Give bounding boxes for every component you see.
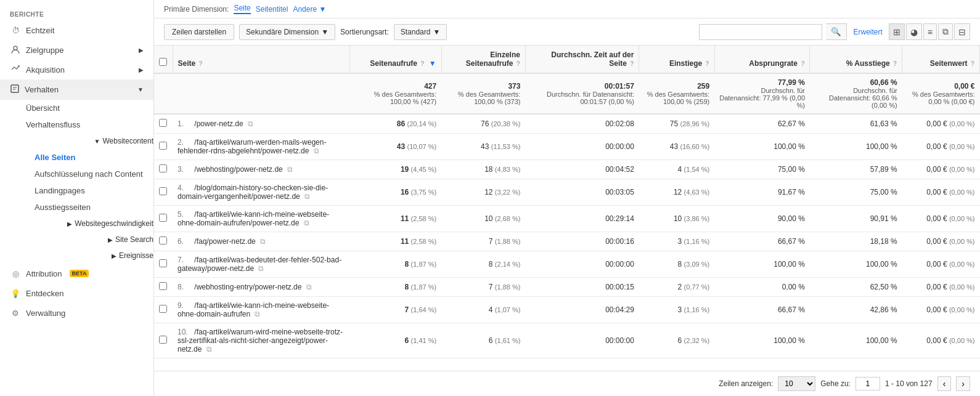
cell-seitenaufrufe: 11 (2,58 %) xyxy=(349,232,441,251)
sidebar-item-zielgruppe[interactable]: Zielgruppe ▶ xyxy=(0,40,153,60)
page-url-link[interactable]: /webhosting/power-netz.de xyxy=(194,165,282,174)
cell-seite: 10. /faq-artikel/warum-wird-meine-websei… xyxy=(173,323,349,358)
col-label-seitenwert: Seitenwert xyxy=(930,59,968,68)
row-checkbox[interactable] xyxy=(159,142,167,150)
sidebar-item-websitegeschwindigkeit[interactable]: ▶ Websitegeschwindigkeit xyxy=(26,216,153,232)
help-icon-einstiege[interactable]: ? xyxy=(706,60,709,67)
col-label-einstiege: Einstiege xyxy=(669,59,702,68)
sidebar-item-label: Entdecken xyxy=(26,289,63,298)
row-number: 10. xyxy=(178,328,192,336)
view-table-button[interactable]: ⊞ xyxy=(889,23,905,40)
help-icon-absprungrate[interactable]: ? xyxy=(801,60,804,67)
row-checkbox[interactable] xyxy=(159,282,167,290)
sidebar-item-label: Zielgruppe xyxy=(26,46,63,55)
view-bar-button[interactable]: ≡ xyxy=(923,23,937,40)
row-checkbox[interactable] xyxy=(159,305,167,313)
table-row: 4. /blog/domain-history-so-checken-sie-d… xyxy=(154,179,980,206)
copy-icon[interactable]: ⧉ xyxy=(287,165,293,174)
sidebar-item-uebersicht[interactable]: Übersicht xyxy=(26,100,153,116)
page-url-link[interactable]: /webhosting-entry/power-netz.de xyxy=(194,283,301,291)
row-checkbox[interactable] xyxy=(159,164,167,172)
dimension-seite-link[interactable]: Seite xyxy=(234,4,250,14)
table-row: 6. /faq/power-netz.de ⧉ 11 (2,58 %) 7 (1… xyxy=(154,232,980,251)
page-url-link[interactable]: /faq-artikel/warum-wird-meine-webseite-t… xyxy=(178,328,343,354)
sidebar-item-echtzeit[interactable]: ⏱ Echtzeit xyxy=(0,20,153,40)
sidebar-item-ausstiegsseiten[interactable]: Ausstiegsseiten xyxy=(35,199,153,216)
search-button[interactable]: 🔍 xyxy=(826,23,847,40)
copy-icon[interactable]: ⧉ xyxy=(304,192,310,201)
sidebar-item-label: Websitegeschwindigkeit xyxy=(75,219,153,228)
page-url-link[interactable]: /faq-artikel/warum-werden-mails-wegen-fe… xyxy=(178,138,326,155)
sidebar-item-landingpages[interactable]: Landingpages xyxy=(35,182,153,199)
copy-icon[interactable]: ⧉ xyxy=(304,219,309,227)
next-page-button[interactable]: › xyxy=(956,376,970,391)
cell-absprungrate: 100,00 % xyxy=(714,134,810,160)
sidebar-item-verhaltensfluss[interactable]: Verhaltensfluss xyxy=(26,116,153,133)
erweitert-link[interactable]: Erweitert xyxy=(853,28,882,36)
copy-icon[interactable]: ⧉ xyxy=(255,310,260,318)
verhalten-icon xyxy=(10,84,20,95)
attribution-icon: ◎ xyxy=(10,268,21,279)
copy-icon[interactable]: ⧉ xyxy=(248,119,253,128)
zeilen-darstellen-button[interactable]: Zeilen darstellen xyxy=(164,24,234,40)
page-url-link[interactable]: /faq-artikel/wie-kann-ich-meine-webseite… xyxy=(178,301,329,318)
row-checkbox[interactable] xyxy=(159,336,167,344)
col-label-seitenaufrufe: Seitenaufrufe xyxy=(370,59,417,68)
sidebar-item-aufschluesselung[interactable]: Aufschlüsselung nach Content xyxy=(35,166,153,182)
search-input[interactable] xyxy=(699,24,822,40)
view-compare-button[interactable]: ⧉ xyxy=(938,23,953,40)
sidebar-item-label: Verhaltensfluss xyxy=(26,120,80,129)
copy-icon[interactable]: ⧉ xyxy=(260,237,266,246)
sidebar-item-ereignisse[interactable]: ▶ Ereignisse xyxy=(26,248,153,264)
page-url-link[interactable]: /power-netz.de xyxy=(194,119,243,128)
row-checkbox[interactable] xyxy=(159,119,167,127)
row-checkbox[interactable] xyxy=(159,214,167,222)
cell-absprungrate: 91,67 % xyxy=(714,179,810,206)
sortierungsart-dropdown[interactable]: Standard ▼ xyxy=(394,24,447,40)
sidebar-item-label: Echtzeit xyxy=(26,26,54,35)
verhalten-subitems: Übersicht Verhaltensfluss ▼ Websiteconte… xyxy=(0,100,153,264)
row-checkbox[interactable] xyxy=(159,259,167,267)
help-icon-seite[interactable]: ? xyxy=(199,60,203,67)
copy-icon[interactable]: ⧉ xyxy=(206,345,212,354)
sidebar-item-alle-seiten[interactable]: Alle Seiten xyxy=(35,149,153,166)
view-pie-button[interactable]: ◕ xyxy=(906,23,922,40)
prev-page-button[interactable]: ‹ xyxy=(937,376,952,391)
page-url-link[interactable]: /faq/power-netz.de xyxy=(194,237,255,246)
zeilen-select[interactable]: 10 25 50 100 500 1000 xyxy=(778,376,815,391)
sidebar-item-websitecontent[interactable]: ▼ Websitecontent xyxy=(26,133,153,149)
cell-einstiege: 43 (16,60 %) xyxy=(639,134,714,160)
help-icon-seitenaufrufe[interactable]: ? xyxy=(420,60,424,67)
view-pivot-button[interactable]: ⊟ xyxy=(954,23,970,40)
cell-einstiege: 10 (3,86 %) xyxy=(639,206,714,232)
sidebar-item-label: Alle Seiten xyxy=(35,153,75,162)
row-checkbox[interactable] xyxy=(159,236,167,244)
sort-icon: ▼ xyxy=(429,59,436,68)
help-icon-ausstiege[interactable]: ? xyxy=(893,60,897,67)
select-all-checkbox[interactable] xyxy=(159,58,167,66)
sidebar-item-site-search[interactable]: ▶ Site Search xyxy=(26,232,153,248)
copy-icon[interactable]: ⧉ xyxy=(258,264,264,273)
sekundaere-dimension-dropdown[interactable]: Sekundäre Dimension ▼ xyxy=(239,24,335,40)
gehe-zu-input[interactable] xyxy=(855,377,880,390)
row-checkbox[interactable] xyxy=(159,187,167,195)
zeilen-anzeigen-label: Zeilen anzeigen: xyxy=(719,379,773,388)
sidebar-item-attribution[interactable]: ◎ Attribution BETA xyxy=(0,264,153,283)
dimension-andere-link[interactable]: Andere ▼ xyxy=(293,5,326,14)
col-label-absprungrate: Absprungrate xyxy=(749,59,798,68)
dimension-seitentitel-link[interactable]: Seitentitel xyxy=(256,5,288,14)
sidebar-item-entdecken[interactable]: 💡 Entdecken xyxy=(0,283,153,303)
row-number: 6. xyxy=(178,237,192,246)
sidebar-item-verwaltung[interactable]: ⚙ Verwaltung xyxy=(0,303,153,323)
sidebar-item-verhalten[interactable]: Verhalten ▼ xyxy=(0,79,153,100)
cell-einstiege: 75 (28,96 %) xyxy=(639,114,714,134)
cell-seite: 5. /faq-artikel/wie-kann-ich-meine-webse… xyxy=(173,206,349,232)
copy-icon[interactable]: ⧉ xyxy=(314,147,319,155)
table-row: 1. /power-netz.de ⧉ 86 (20,14 %) 76 (20,… xyxy=(154,114,980,134)
sidebar-item-akquisition[interactable]: Akquisition ▶ xyxy=(0,60,153,79)
cell-einzelne: 10 (2,68 %) xyxy=(441,206,525,232)
help-icon-einzelne[interactable]: ? xyxy=(517,60,520,67)
copy-icon[interactable]: ⧉ xyxy=(306,283,312,291)
help-icon-seitenwert[interactable]: ? xyxy=(971,60,974,67)
help-icon-zeit[interactable]: ? xyxy=(630,60,634,67)
